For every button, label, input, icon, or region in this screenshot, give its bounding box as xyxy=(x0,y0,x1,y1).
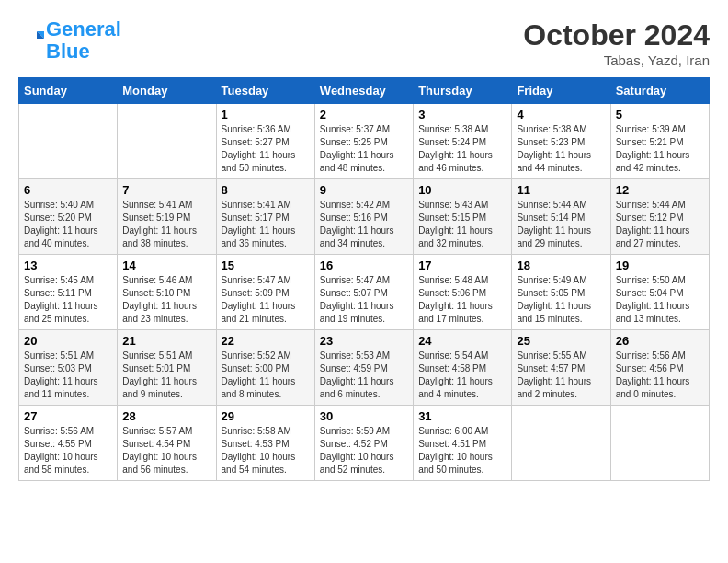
day-info: Sunrise: 5:44 AMSunset: 5:12 PMDaylight:… xyxy=(616,199,704,250)
day-info: Sunrise: 5:54 AMSunset: 4:58 PMDaylight:… xyxy=(418,350,506,401)
calendar-cell xyxy=(610,406,709,481)
day-number: 12 xyxy=(616,183,704,197)
day-info: Sunrise: 5:45 AMSunset: 5:11 PMDaylight:… xyxy=(24,274,112,326)
calendar-cell: 23Sunrise: 5:53 AMSunset: 4:59 PMDayligh… xyxy=(314,330,413,406)
day-info: Sunrise: 5:52 AMSunset: 5:00 PMDaylight:… xyxy=(222,350,310,401)
calendar-cell: 9Sunrise: 5:42 AMSunset: 5:16 PMDaylight… xyxy=(314,179,413,255)
location: Tabas, Yazd, Iran xyxy=(523,52,710,68)
header-row: SundayMondayTuesdayWednesdayThursdayFrid… xyxy=(19,78,710,104)
day-number: 3 xyxy=(418,108,506,121)
day-number: 26 xyxy=(616,334,704,348)
week-row-1: 1Sunrise: 5:36 AMSunset: 5:27 PMDaylight… xyxy=(19,104,710,179)
calendar-cell: 4Sunrise: 5:38 AMSunset: 5:23 PMDaylight… xyxy=(512,104,610,179)
day-info: Sunrise: 6:00 AMSunset: 4:51 PMDaylight:… xyxy=(418,425,506,477)
day-number: 30 xyxy=(320,409,408,423)
day-info: Sunrise: 5:57 AMSunset: 4:54 PMDaylight:… xyxy=(122,425,210,477)
day-number: 7 xyxy=(122,183,210,197)
calendar-cell: 16Sunrise: 5:47 AMSunset: 5:07 PMDayligh… xyxy=(314,255,413,330)
calendar-cell: 30Sunrise: 5:59 AMSunset: 4:52 PMDayligh… xyxy=(314,406,413,481)
day-number: 9 xyxy=(320,183,408,197)
day-info: Sunrise: 5:44 AMSunset: 5:14 PMDaylight:… xyxy=(517,199,605,250)
calendar-cell: 20Sunrise: 5:51 AMSunset: 5:03 PMDayligh… xyxy=(19,330,118,406)
calendar-cell: 10Sunrise: 5:43 AMSunset: 5:15 PMDayligh… xyxy=(414,179,512,255)
calendar-cell: 27Sunrise: 5:56 AMSunset: 4:55 PMDayligh… xyxy=(19,406,118,481)
calendar-cell: 15Sunrise: 5:47 AMSunset: 5:09 PMDayligh… xyxy=(216,255,314,330)
calendar-cell: 19Sunrise: 5:50 AMSunset: 5:04 PMDayligh… xyxy=(610,255,709,330)
calendar-cell: 28Sunrise: 5:57 AMSunset: 4:54 PMDayligh… xyxy=(118,406,216,481)
day-info: Sunrise: 5:55 AMSunset: 4:57 PMDaylight:… xyxy=(517,350,605,401)
calendar-cell xyxy=(118,104,216,179)
calendar-cell: 24Sunrise: 5:54 AMSunset: 4:58 PMDayligh… xyxy=(414,330,512,406)
logo-icon xyxy=(18,28,44,53)
day-number: 19 xyxy=(616,259,704,272)
day-number: 27 xyxy=(24,409,112,423)
day-number: 13 xyxy=(24,259,112,272)
header-day-wednesday: Wednesday xyxy=(314,78,413,104)
day-number: 11 xyxy=(517,183,605,197)
calendar-cell: 2Sunrise: 5:37 AMSunset: 5:25 PMDaylight… xyxy=(314,104,413,179)
header-day-sunday: Sunday xyxy=(19,78,118,104)
day-number: 1 xyxy=(222,108,310,121)
day-info: Sunrise: 5:46 AMSunset: 5:10 PMDaylight:… xyxy=(122,274,210,326)
page-header: General Blue October 2024 Tabas, Yazd, I… xyxy=(18,18,710,68)
day-info: Sunrise: 5:38 AMSunset: 5:24 PMDaylight:… xyxy=(418,123,506,175)
calendar-cell: 18Sunrise: 5:49 AMSunset: 5:05 PMDayligh… xyxy=(512,255,610,330)
calendar-cell xyxy=(512,406,610,481)
day-number: 8 xyxy=(222,183,310,197)
day-info: Sunrise: 5:42 AMSunset: 5:16 PMDaylight:… xyxy=(320,199,408,250)
week-row-3: 13Sunrise: 5:45 AMSunset: 5:11 PMDayligh… xyxy=(19,255,710,330)
calendar-cell xyxy=(19,104,118,179)
day-info: Sunrise: 5:41 AMSunset: 5:17 PMDaylight:… xyxy=(222,199,310,250)
calendar-cell: 1Sunrise: 5:36 AMSunset: 5:27 PMDaylight… xyxy=(216,104,314,179)
day-info: Sunrise: 5:53 AMSunset: 4:59 PMDaylight:… xyxy=(320,350,408,401)
header-day-monday: Monday xyxy=(118,78,216,104)
day-info: Sunrise: 5:51 AMSunset: 5:03 PMDaylight:… xyxy=(24,350,112,401)
day-number: 2 xyxy=(320,108,408,121)
day-number: 10 xyxy=(418,183,506,197)
calendar-cell: 5Sunrise: 5:39 AMSunset: 5:21 PMDaylight… xyxy=(610,104,709,179)
calendar-cell: 3Sunrise: 5:38 AMSunset: 5:24 PMDaylight… xyxy=(414,104,512,179)
calendar-cell: 26Sunrise: 5:56 AMSunset: 4:56 PMDayligh… xyxy=(610,330,709,406)
day-number: 24 xyxy=(418,334,506,348)
week-row-4: 20Sunrise: 5:51 AMSunset: 5:03 PMDayligh… xyxy=(19,330,710,406)
day-info: Sunrise: 5:49 AMSunset: 5:05 PMDaylight:… xyxy=(517,274,605,326)
calendar-header: SundayMondayTuesdayWednesdayThursdayFrid… xyxy=(19,78,710,104)
calendar-cell: 8Sunrise: 5:41 AMSunset: 5:17 PMDaylight… xyxy=(216,179,314,255)
day-info: Sunrise: 5:50 AMSunset: 5:04 PMDaylight:… xyxy=(616,274,704,326)
calendar-cell: 11Sunrise: 5:44 AMSunset: 5:14 PMDayligh… xyxy=(512,179,610,255)
week-row-2: 6Sunrise: 5:40 AMSunset: 5:20 PMDaylight… xyxy=(19,179,710,255)
month-title: October 2024 xyxy=(523,18,710,52)
day-number: 18 xyxy=(517,259,605,272)
header-day-tuesday: Tuesday xyxy=(216,78,314,104)
calendar-cell: 12Sunrise: 5:44 AMSunset: 5:12 PMDayligh… xyxy=(610,179,709,255)
day-info: Sunrise: 5:47 AMSunset: 5:09 PMDaylight:… xyxy=(222,274,310,326)
week-row-5: 27Sunrise: 5:56 AMSunset: 4:55 PMDayligh… xyxy=(19,406,710,481)
day-info: Sunrise: 5:41 AMSunset: 5:19 PMDaylight:… xyxy=(122,199,210,250)
calendar-table: SundayMondayTuesdayWednesdayThursdayFrid… xyxy=(18,77,710,481)
day-info: Sunrise: 5:37 AMSunset: 5:25 PMDaylight:… xyxy=(320,123,408,175)
calendar-cell: 6Sunrise: 5:40 AMSunset: 5:20 PMDaylight… xyxy=(19,179,118,255)
title-block: October 2024 Tabas, Yazd, Iran xyxy=(523,18,710,68)
day-number: 6 xyxy=(24,183,112,197)
calendar-body: 1Sunrise: 5:36 AMSunset: 5:27 PMDaylight… xyxy=(19,104,710,481)
calendar-cell: 31Sunrise: 6:00 AMSunset: 4:51 PMDayligh… xyxy=(414,406,512,481)
day-number: 28 xyxy=(122,409,210,423)
day-number: 14 xyxy=(122,259,210,272)
calendar-cell: 14Sunrise: 5:46 AMSunset: 5:10 PMDayligh… xyxy=(118,255,216,330)
day-number: 29 xyxy=(222,409,310,423)
day-number: 4 xyxy=(517,108,605,121)
day-info: Sunrise: 5:59 AMSunset: 4:52 PMDaylight:… xyxy=(320,425,408,477)
calendar-cell: 25Sunrise: 5:55 AMSunset: 4:57 PMDayligh… xyxy=(512,330,610,406)
logo-text: General Blue xyxy=(46,18,121,63)
day-info: Sunrise: 5:38 AMSunset: 5:23 PMDaylight:… xyxy=(517,123,605,175)
calendar-cell: 7Sunrise: 5:41 AMSunset: 5:19 PMDaylight… xyxy=(118,179,216,255)
day-number: 20 xyxy=(24,334,112,348)
calendar-cell: 13Sunrise: 5:45 AMSunset: 5:11 PMDayligh… xyxy=(19,255,118,330)
day-number: 15 xyxy=(222,259,310,272)
header-day-saturday: Saturday xyxy=(610,78,709,104)
logo: General Blue xyxy=(18,18,121,63)
day-number: 16 xyxy=(320,259,408,272)
day-info: Sunrise: 5:48 AMSunset: 5:06 PMDaylight:… xyxy=(418,274,506,326)
day-info: Sunrise: 5:58 AMSunset: 4:53 PMDaylight:… xyxy=(222,425,310,477)
calendar-cell: 21Sunrise: 5:51 AMSunset: 5:01 PMDayligh… xyxy=(118,330,216,406)
